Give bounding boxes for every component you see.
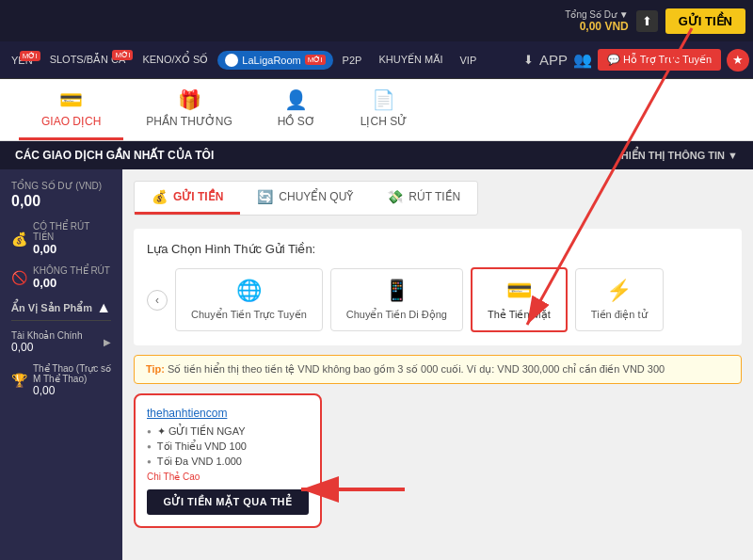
card-icon: 💳 xyxy=(506,279,532,303)
tab-giao-dich[interactable]: 💳 GIAO DỊCH xyxy=(19,79,123,140)
sidebar-withdrawable-row: 💰 CÓ THỂ RÚT TIỀN 0,00 xyxy=(11,221,111,256)
app-label[interactable]: APP xyxy=(539,52,568,68)
main-tabs: 💳 GIAO DỊCH 🎁 PHẦN THƯỞNG 👤 HỒ SƠ 📄 LỊCH… xyxy=(0,79,753,141)
payment-prev-button[interactable]: ‹ xyxy=(147,290,168,311)
payment-methods: ‹ 🌐 Chuyển Tiền Trực Tuyến 📱 Chuyển Tiền… xyxy=(147,267,729,332)
gui-tien-tab-icon: 💰 xyxy=(152,189,168,204)
card-max-row: ● Tối Đa VND 1.000 xyxy=(147,456,309,468)
card-min-label: Tối Thiểu VND 100 xyxy=(157,440,247,453)
nav-item-p2p[interactable]: P2P xyxy=(335,51,370,70)
sidebar-nonwithdrawable-row: 🚫 KHÔNG THỂ RÚT 0,00 xyxy=(11,265,111,290)
tip-box: Tip: Số tiền hiển thị theo tiền tệ VND k… xyxy=(134,355,742,384)
the-thao-value: 0,00 xyxy=(33,384,111,397)
rut-tien-tab-icon: 💸 xyxy=(387,189,403,204)
withdrawable-label: CÓ THỂ RÚT TIỀN xyxy=(33,221,111,242)
tip-label: Tip: xyxy=(146,363,165,375)
balance-value: 0,00 VND xyxy=(580,20,629,33)
dot-icon3: ● xyxy=(147,457,152,466)
nonwithdrawable-label: KHÔNG THỂ RÚT xyxy=(33,265,111,276)
chevron-right-icon: ▶ xyxy=(104,337,111,347)
show-info-link[interactable]: HIỂN THỊ THÔNG TIN ▼ xyxy=(621,150,738,162)
card-option: thehanhtiencom ● ✦ GỬI TIỀN NGAY ● Tối T… xyxy=(134,393,322,528)
nonwithdrawable-icon: 🚫 xyxy=(11,270,27,285)
payment-chuyen-tien-truc-tuyen[interactable]: 🌐 Chuyển Tiền Trực Tuyến xyxy=(175,268,323,331)
nonwithdrawable-value: 0,00 xyxy=(33,276,111,290)
subtab-rut-tien[interactable]: 💸 RÚT TIỀN xyxy=(370,182,477,215)
nav-item-vip[interactable]: VIP xyxy=(453,51,485,70)
tab-phan-thuong[interactable]: 🎁 PHẦN THƯỞNG xyxy=(123,79,254,140)
nav-item-slots[interactable]: SLOTS/BẮN CÁ MỚI xyxy=(42,50,134,70)
right-content: 💰 GỬI TIỀN 🔄 CHUYỂN QUỸ 💸 RÚT TIỀN Lựa C… xyxy=(122,169,753,560)
sidebar-product-section[interactable]: Ẩn Vị Sản Phẩm ▲ xyxy=(11,299,111,321)
gui-tien-button[interactable]: GỬI TIỀN xyxy=(665,8,745,34)
users-icon[interactable]: 👥 xyxy=(573,51,592,69)
subtab-chuyen-quy[interactable]: 🔄 CHUYỂN QUỸ xyxy=(240,182,370,215)
download-icon[interactable]: ⬇ xyxy=(523,53,534,67)
payment-title: Lựa Chọn Hình Thức Gửi Tiền: xyxy=(147,242,729,256)
the-thao-label: Thể Thao (Trực số M Thể Thao) xyxy=(33,363,111,384)
star-button[interactable]: ★ xyxy=(727,49,749,72)
card-min-row: ● Tối Thiểu VND 100 xyxy=(147,440,309,453)
nav-badge-laliga: MỚI xyxy=(305,55,326,65)
nav-badge-yen: MỚI xyxy=(20,51,40,61)
chevron-up-icon: ▲ xyxy=(96,299,111,316)
nav-item-yen[interactable]: YÊN MỚI xyxy=(4,51,40,70)
globe-icon: 🌐 xyxy=(236,279,262,303)
nav-item-keno[interactable]: KENO/XỔ SỐ xyxy=(135,50,216,70)
tip-text: Số tiền hiển thị theo tiền tệ VND không … xyxy=(168,363,665,375)
balance-label: Tổng Số Dư ▼ xyxy=(565,9,628,20)
left-sidebar: TỔNG SỐ DƯ (VND) 0,00 💰 CÓ THỂ RÚT TIỀN … xyxy=(0,169,122,560)
card-note: Chi Thẻ Cao xyxy=(147,472,309,482)
laliga-ball-icon xyxy=(225,54,238,67)
deposit-icon-button[interactable]: ⬆ xyxy=(636,10,658,32)
subtab-gui-tien[interactable]: 💰 GỬI TIỀN xyxy=(135,182,240,215)
card-website: thehanhtiencom xyxy=(147,407,309,420)
chuyen-quy-tab-icon: 🔄 xyxy=(257,189,273,204)
support-button[interactable]: 💬 Hỗ Trợ Trực Tuyến xyxy=(598,49,721,71)
nav-item-laliga[interactable]: LaLigaRoom MỚI xyxy=(217,51,332,70)
lich-su-icon: 📄 xyxy=(372,88,395,111)
electric-icon: ⚡ xyxy=(606,279,632,303)
card-submit-button[interactable]: GỬI TIỀN MẶT QUA THẺ xyxy=(147,489,309,515)
dot-icon2: ● xyxy=(147,442,152,451)
nav-bar: YÊN MỚI SLOTS/BẮN CÁ MỚI KENO/XỔ SỐ LaLi… xyxy=(0,41,753,79)
giao-dich-icon: 💳 xyxy=(59,88,83,111)
top-header: Tổng Số Dư ▼ 0,00 VND ⬆ GỬI TIỀN xyxy=(0,0,753,41)
balance-info: Tổng Số Dư ▼ 0,00 VND xyxy=(565,9,628,33)
payment-the-tien-mat[interactable]: 💳 Thẻ Tiền Mặt xyxy=(471,267,568,332)
sub-tabs: 💰 GỬI TIỀN 🔄 CHUYỂN QUỸ 💸 RÚT TIỀN xyxy=(134,181,478,216)
nav-badge-slots: MỚI xyxy=(112,50,133,60)
tai-khoan-label: Tài Khoản Chính xyxy=(11,330,83,341)
main-content: TỔNG SỐ DƯ (VND) 0,00 💰 CÓ THỂ RÚT TIỀN … xyxy=(0,169,753,560)
sidebar-the-thao: 🏆 Thể Thao (Trực số M Thể Thao) 0,00 xyxy=(11,363,111,397)
tab-lich-su[interactable]: 📄 LỊCH SỬ xyxy=(338,79,429,140)
section-header: CÁC GIAO DỊCH GẦN NHẤT CỦA TÔI HIỂN THỊ … xyxy=(0,141,753,169)
nav-icons: ⬇ APP 👥 💬 Hỗ Trợ Trực Tuyến ★ xyxy=(523,49,749,72)
tab-ho-so[interactable]: 👤 HỒ SƠ xyxy=(255,79,338,140)
phan-thuong-icon: 🎁 xyxy=(178,88,201,111)
payment-section: Lựa Chọn Hình Thức Gửi Tiền: ‹ 🌐 Chuyển … xyxy=(134,229,742,345)
mobile-icon: 📱 xyxy=(384,279,409,303)
payment-tien-dien-tu[interactable]: ⚡ Tiền điện tử xyxy=(575,268,664,331)
section-title: CÁC GIAO DỊCH GẦN NHẤT CỦA TÔI xyxy=(15,149,214,162)
an-vi-label: Ẩn Vị Sản Phẩm xyxy=(11,302,92,314)
tai-khoan-value: 0,00 xyxy=(11,341,83,354)
sidebar-balance-value: 0,00 xyxy=(11,193,111,210)
sidebar-balance-section: TỔNG SỐ DƯ (VND) 0,00 xyxy=(11,181,111,210)
sidebar-balance-label: TỔNG SỐ DƯ (VND) xyxy=(11,181,111,191)
sidebar-tai-khoan[interactable]: Tài Khoản Chính 0,00 ▶ xyxy=(11,328,111,356)
card-send-row: ● ✦ GỬI TIỀN NGAY xyxy=(147,425,309,438)
ho-so-icon: 👤 xyxy=(284,88,308,111)
withdrawable-value: 0,00 xyxy=(33,242,111,256)
payment-chuyen-tien-di-dong[interactable]: 📱 Chuyển Tiền Di Động xyxy=(330,268,463,331)
dot-icon: ● xyxy=(147,427,152,436)
nav-item-khuyen-mai[interactable]: KHUYẾN MÃI xyxy=(371,50,450,70)
withdrawable-icon: 💰 xyxy=(11,232,27,247)
the-thao-icon: 🏆 xyxy=(11,373,27,388)
card-max-label: Tối Đa VND 1.000 xyxy=(157,456,242,468)
card-send-label: ✦ GỬI TIỀN NGAY xyxy=(157,425,246,438)
